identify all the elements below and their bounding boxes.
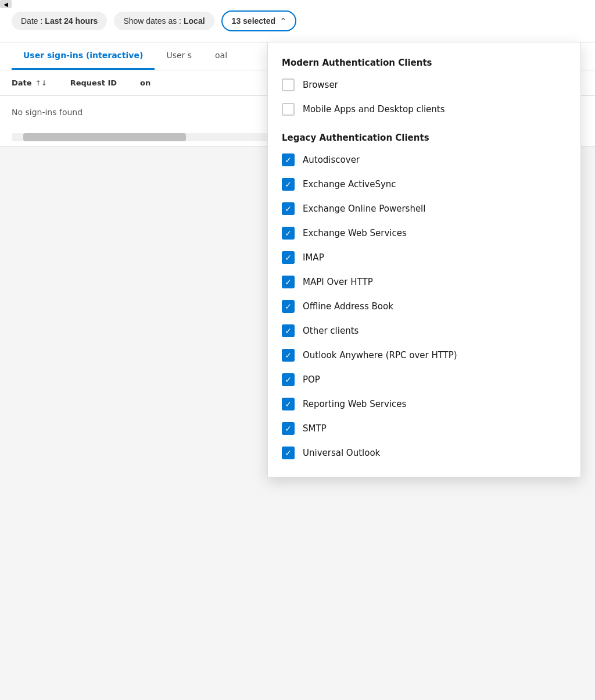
col-request-id-label: Request ID xyxy=(70,78,117,87)
checkbox-label-mobile_desktop: Mobile Apps and Desktop clients xyxy=(303,104,445,115)
checkbox-exchange_activesync[interactable] xyxy=(282,178,295,191)
section-divider xyxy=(268,124,580,124)
showdates-filter-pill[interactable]: Show dates as : Local xyxy=(114,12,214,30)
checkbox-pop[interactable] xyxy=(282,373,295,386)
checkbox-offline_address_book[interactable] xyxy=(282,300,295,313)
col-date-header[interactable]: Date ↑↓ xyxy=(12,78,47,87)
checkbox-universal_outlook[interactable] xyxy=(282,447,295,459)
checkbox-item-autodiscover[interactable]: Autodiscover xyxy=(268,148,580,172)
checkbox-label-exchange_web_services: Exchange Web Services xyxy=(303,228,407,238)
checkbox-label-mapi_over_http: MAPI Over HTTP xyxy=(303,277,373,287)
modern-auth-section-heading: Modern Authentication Clients xyxy=(268,52,580,73)
checkbox-label-autodiscover: Autodiscover xyxy=(303,155,360,165)
checkbox-exchange_web_services[interactable] xyxy=(282,227,295,240)
checkbox-label-other_clients: Other clients xyxy=(303,326,359,336)
checkbox-label-browser: Browser xyxy=(303,80,338,90)
showdates-value: Local xyxy=(184,16,205,26)
checkbox-item-mapi_over_http[interactable]: MAPI Over HTTP xyxy=(268,270,580,294)
chevron-up-icon: ⌃ xyxy=(280,17,286,25)
col-request-id-header: Request ID xyxy=(70,78,117,87)
checkbox-autodiscover[interactable] xyxy=(282,153,295,166)
checkbox-outlook_anywhere[interactable] xyxy=(282,349,295,362)
checkbox-reporting_web_services[interactable] xyxy=(282,398,295,410)
selected-filter-pill[interactable]: 13 selected ⌃ xyxy=(221,10,297,31)
checkbox-item-mobile_desktop[interactable]: Mobile Apps and Desktop clients xyxy=(268,97,580,122)
client-filter-dropdown: Modern Authentication Clients BrowserMob… xyxy=(267,42,581,477)
checkbox-item-exchange_activesync[interactable]: Exchange ActiveSync xyxy=(268,172,580,197)
checkbox-smtp[interactable] xyxy=(282,422,295,435)
checkbox-label-imap: IMAP xyxy=(303,252,324,263)
checkbox-label-reporting_web_services: Reporting Web Services xyxy=(303,399,406,409)
scroll-left-button[interactable]: ◀ xyxy=(0,0,12,8)
top-filter-bar: Date : Last 24 hours Show dates as : Loc… xyxy=(0,0,595,42)
scrollbar-thumb[interactable] xyxy=(23,133,186,141)
legacy-auth-section-heading: Legacy Authentication Clients xyxy=(268,127,580,148)
checkbox-item-outlook_anywhere[interactable]: Outlook Anywhere (RPC over HTTP) xyxy=(268,343,580,367)
checkbox-mobile_desktop[interactable] xyxy=(282,103,295,116)
col-on-header: on xyxy=(140,78,150,87)
date-value: Last 24 hours xyxy=(45,16,98,26)
tab-interactive[interactable]: User sign-ins (interactive) xyxy=(12,42,155,70)
checkbox-item-pop[interactable]: POP xyxy=(268,367,580,392)
tab-other[interactable]: User s xyxy=(155,42,203,70)
checkbox-imap[interactable] xyxy=(282,251,295,264)
selected-label: 13 selected xyxy=(232,16,276,26)
checkbox-item-smtp[interactable]: SMTP xyxy=(268,416,580,441)
checkbox-browser[interactable] xyxy=(282,78,295,91)
checkbox-mapi_over_http[interactable] xyxy=(282,276,295,288)
tab-bal[interactable]: oal xyxy=(203,42,239,70)
checkbox-item-imap[interactable]: IMAP xyxy=(268,245,580,270)
checkbox-label-universal_outlook: Universal Outlook xyxy=(303,448,380,458)
checkbox-item-exchange_online_powershell[interactable]: Exchange Online Powershell xyxy=(268,197,580,221)
checkbox-exchange_online_powershell[interactable] xyxy=(282,202,295,215)
checkbox-other_clients[interactable] xyxy=(282,324,295,337)
col-on-label: on xyxy=(140,78,150,87)
sort-icon: ↑↓ xyxy=(35,79,47,87)
checkbox-label-exchange_activesync: Exchange ActiveSync xyxy=(303,179,396,190)
checkbox-item-other_clients[interactable]: Other clients xyxy=(268,319,580,343)
checkbox-item-exchange_web_services[interactable]: Exchange Web Services xyxy=(268,221,580,245)
showdates-label: Show dates as : xyxy=(123,16,181,26)
horizontal-scrollbar[interactable] xyxy=(12,133,267,141)
checkbox-label-smtp: SMTP xyxy=(303,423,327,434)
checkbox-label-exchange_online_powershell: Exchange Online Powershell xyxy=(303,203,425,214)
checkbox-item-browser[interactable]: Browser xyxy=(268,73,580,97)
checkbox-item-universal_outlook[interactable]: Universal Outlook xyxy=(268,441,580,465)
checkbox-item-reporting_web_services[interactable]: Reporting Web Services xyxy=(268,392,580,416)
date-label: Date : xyxy=(21,16,42,26)
checkbox-label-outlook_anywhere: Outlook Anywhere (RPC over HTTP) xyxy=(303,350,457,360)
col-date-label: Date xyxy=(12,78,32,87)
checkbox-label-offline_address_book: Offline Address Book xyxy=(303,301,393,312)
date-filter-pill[interactable]: Date : Last 24 hours xyxy=(12,12,107,30)
empty-message: No sign-ins found xyxy=(12,108,83,117)
checkbox-item-offline_address_book[interactable]: Offline Address Book xyxy=(268,294,580,319)
checkbox-label-pop: POP xyxy=(303,374,320,385)
